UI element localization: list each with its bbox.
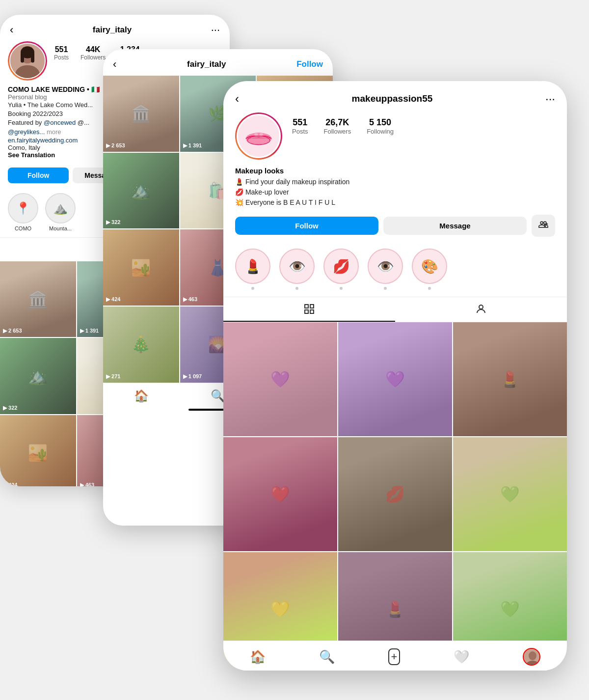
phone3-username: makeuppassion55 — [352, 93, 433, 104]
phone1-follow-button[interactable]: Follow — [8, 168, 69, 183]
phone3-back-arrow[interactable]: ‹ — [235, 92, 239, 106]
phone3-grid-cell-6[interactable]: 💚 — [453, 437, 567, 551]
svg-rect-4 — [21, 53, 24, 63]
phone3-bio-line1: 💄 Find your daily makeup inspiration — [235, 177, 555, 187]
phone1-followers-label: Followers — [80, 54, 106, 61]
phone3-avatar-ring[interactable] — [235, 112, 282, 160]
phone3-screen: ‹ makeuppassion55 ··· — [223, 81, 567, 671]
phone1-highlight-mountain-label: Mounta... — [49, 225, 72, 231]
phone2-back-arrow[interactable]: ‹ — [113, 58, 116, 71]
phone2-header: ‹ fairy_italy Follow — [103, 49, 333, 76]
phone3-posts-stat: 551 Posts — [292, 117, 308, 135]
phone1-followers-stat: 44K Followers — [80, 45, 106, 61]
phone2-count-8: ▶ 463 — [183, 296, 197, 303]
phone2-nav-home[interactable]: 🏠 — [134, 389, 149, 403]
phone3-highlight-dot-1 — [251, 287, 254, 290]
phone2-count-2: ▶ 1 391 — [183, 142, 202, 149]
phone2-count-10: ▶ 271 — [106, 373, 120, 380]
phone3-avatar-image — [237, 114, 281, 158]
phone2-grid-cell-7[interactable]: 🏜️ ▶ 424 — [103, 229, 179, 306]
phone3-grid-cell-4[interactable]: ❤️ — [223, 437, 337, 551]
phone3-grid-cell-3[interactable]: 💄 — [453, 322, 567, 436]
phone3-highlights-row: 💄 👁️ 💋 👁️ 🎨 — [223, 245, 567, 297]
phone3-followers-stat: 26,7K Followers — [324, 117, 351, 135]
svg-point-17 — [529, 651, 536, 660]
phone3-followers-label: Followers — [324, 128, 351, 135]
svg-point-9 — [254, 133, 258, 136]
phone1-avatar-image — [9, 43, 46, 79]
phone2-count-1: ▶ 2 653 — [106, 142, 125, 149]
phone1-dots[interactable]: ··· — [211, 24, 220, 36]
phone2-count-7: ▶ 424 — [106, 296, 120, 303]
phone3-bio-line2: 💋 Make-up lover — [235, 187, 555, 197]
phone3-grid-cell-1[interactable]: 💜 — [223, 322, 337, 436]
svg-rect-14 — [310, 310, 314, 313]
phone1-grid-img7: 🏜️ — [0, 415, 76, 486]
phone1-grid-count-7: ▶ 424 — [3, 482, 17, 486]
phone3-follow-button[interactable]: Follow — [235, 217, 378, 235]
phone3-highlight-dot-5 — [428, 287, 431, 290]
phone3-highlight-circle-3: 💋 — [323, 249, 359, 284]
phone3-bio-section: Makeup looks 💄 Find your daily makeup in… — [223, 167, 567, 215]
svg-point-15 — [479, 305, 483, 309]
phone2-grid-cell-1[interactable]: 🏛️ ▶ 2 653 — [103, 76, 179, 152]
phone3-stats-block: 551 Posts 26,7K Followers 5 150 Followin… — [292, 112, 394, 138]
phone3-add-user-button[interactable] — [532, 215, 555, 237]
phone3-posts-label: Posts — [292, 128, 308, 135]
phone1-grid-img4: 🏔️ — [0, 338, 76, 414]
svg-point-10 — [260, 133, 263, 136]
phone2-grid-cell-10[interactable]: 🎄 ▶ 271 — [103, 307, 179, 383]
phone3-dots[interactable]: ··· — [545, 92, 555, 106]
phone3-nav-create[interactable]: + — [388, 648, 401, 665]
phone3-highlight-1[interactable]: 💄 — [235, 249, 270, 290]
phone3-tab-grid[interactable] — [223, 297, 395, 322]
phone3-tab-tagged[interactable] — [395, 297, 567, 322]
phone1-highlight-mountain-circle: ⛰️ — [45, 193, 76, 224]
phone3-highlight-dot-4 — [384, 287, 387, 290]
phone1-highlight-como[interactable]: 📍 COMO — [8, 193, 38, 231]
phone3-highlight-circle-4: 👁️ — [368, 249, 403, 284]
phone1-back-arrow[interactable]: ‹ — [10, 24, 13, 36]
phone1-grid-cell-7[interactable]: 🏜️ ▶ 424 — [0, 415, 76, 486]
phone1-grid-cell-4[interactable]: 🏔️ ▶ 322 — [0, 338, 76, 414]
phone3-nav-heart[interactable]: 🤍 — [454, 649, 469, 665]
phone3-highlight-circle-1: 💄 — [235, 249, 270, 284]
phone2-grid-cell-4[interactable]: 🏔️ ▶ 322 — [103, 153, 179, 229]
phone3-actions-row: Follow Message — [223, 215, 567, 245]
phone1-grid-img1: 🏛️ — [0, 261, 76, 337]
phone3-message-button[interactable]: Message — [383, 217, 527, 235]
phone2-follow-link[interactable]: Follow — [296, 59, 323, 69]
phone3-tabs-row — [223, 297, 567, 322]
phone1-avatar-ring[interactable] — [8, 41, 47, 81]
phone1-highlight-mountain[interactable]: ⛰️ Mounta... — [45, 193, 76, 231]
svg-rect-11 — [305, 305, 308, 308]
phone3-highlight-5[interactable]: 🎨 — [412, 249, 447, 290]
phone3-highlight-circle-5: 🎨 — [412, 249, 447, 284]
phone3-bio-name: Makeup looks — [235, 167, 555, 175]
phone3-highlight-3[interactable]: 💋 — [323, 249, 359, 290]
phone1-grid-cell-1[interactable]: 🏛️ ▶ 2 653 — [0, 261, 76, 337]
phone3-nav-profile[interactable] — [523, 648, 540, 666]
phone1-username: fairy_italy — [93, 25, 132, 35]
phone1-highlight-como-label: COMO — [15, 225, 31, 231]
phone2-count-11: ▶ 1 097 — [183, 373, 202, 380]
phone3-bottom-nav: 🏠 🔍 + 🤍 — [223, 641, 567, 671]
phone3-nav-search[interactable]: 🔍 — [319, 649, 335, 665]
phone3-highlight-dot-2 — [295, 287, 298, 290]
phone3-header: ‹ makeuppassion55 ··· — [223, 81, 567, 112]
phone1-posts-stat: 551 Posts — [54, 45, 69, 61]
phone1-grid-count-1: ▶ 2 653 — [3, 328, 22, 334]
phone2-count-4: ▶ 322 — [106, 219, 120, 225]
phone1-header: ‹ fairy_italy ··· — [0, 15, 230, 41]
phone3-profile-section: 551 Posts 26,7K Followers 5 150 Followin… — [223, 112, 567, 167]
phone3-grid-cell-5[interactable]: 💋 — [338, 437, 452, 551]
phone3-bio-line3: 💥 Everyone is B E A U T I F U L — [235, 197, 555, 208]
phone3-nav-home[interactable]: 🏠 — [250, 649, 266, 665]
phone3-highlight-2[interactable]: 👁️ — [279, 249, 315, 290]
phone3-posts-num: 551 — [292, 117, 308, 128]
phone3-highlight-4[interactable]: 👁️ — [368, 249, 403, 290]
phone1-highlight-como-circle: 📍 — [8, 193, 38, 224]
phone1-followers-num: 44K — [80, 45, 106, 54]
phone1-posts-num: 551 — [54, 45, 69, 54]
phone3-grid-cell-2[interactable]: 💜 — [338, 322, 452, 436]
